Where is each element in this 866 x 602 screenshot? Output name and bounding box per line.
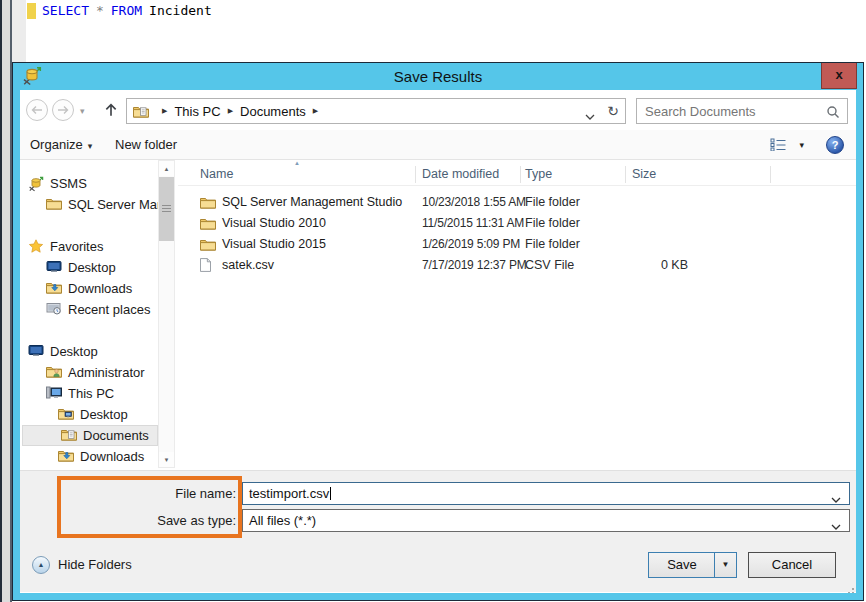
file-row-sql-server-management-studio[interactable]: SQL Server Management Studio 10/23/2018 …	[178, 192, 856, 213]
downloads-folder-icon	[58, 449, 75, 464]
downloads-folder-icon	[46, 281, 63, 296]
search-icon[interactable]	[826, 105, 840, 119]
sidebar-item-downloads-folder[interactable]: Downloads	[20, 446, 158, 467]
file-name: SQL Server Management Studio	[222, 192, 402, 213]
folder-icon	[200, 216, 217, 231]
new-folder-button[interactable]: New folder	[115, 130, 177, 159]
sidebar-item-this-pc[interactable]: This PC	[20, 383, 158, 404]
breadcrumb-chevron-icon: ▶	[162, 107, 167, 115]
chevron-down-icon[interactable]	[831, 491, 841, 497]
search-input[interactable]	[637, 99, 819, 123]
sidebar-item-administrator[interactable]: Administrator	[20, 362, 158, 383]
file-type: CSV File	[525, 255, 574, 276]
save-dropdown-button[interactable]: ▼	[714, 553, 736, 577]
organize-label: Organize	[30, 137, 83, 152]
dialog-title: Save Results	[13, 68, 863, 85]
dialog-titlebar[interactable]: Save Results x	[13, 63, 863, 90]
file-size: 0 KB	[632, 255, 688, 276]
refresh-button[interactable]: ↻	[607, 104, 619, 118]
scrollbar-grip	[162, 205, 171, 206]
window-left-gutter	[2, 0, 10, 602]
file-row-satek-csv[interactable]: satek.csv 7/17/2019 12:37 PM CSV File 0 …	[178, 255, 856, 276]
column-headers: ▲ Name Date modified Type Size	[178, 162, 856, 186]
sidebar-item-ssms[interactable]: SSMS	[20, 173, 158, 194]
sidebar-item-label: Recent places	[68, 302, 150, 317]
scrollbar-thumb[interactable]	[159, 177, 174, 241]
column-separator[interactable]	[770, 166, 771, 183]
save-button[interactable]: Save ▼	[648, 552, 737, 578]
breadcrumb-documents[interactable]: Documents	[240, 104, 306, 119]
column-separator[interactable]	[415, 166, 416, 183]
folder-icon	[200, 237, 217, 252]
column-header-type[interactable]: Type	[525, 162, 552, 186]
file-name-input[interactable]: testimport.csv	[242, 482, 850, 505]
folder-icon	[46, 197, 63, 212]
desktop-icon	[28, 344, 45, 359]
file-row-visual-studio-2015[interactable]: Visual Studio 2015 1/26/2019 5:09 PM Fil…	[178, 234, 856, 255]
sidebar-item-label: Documents	[83, 428, 149, 443]
sidebar-scrollbar[interactable]: ▲ ▼	[158, 160, 175, 468]
back-button[interactable]	[26, 99, 48, 121]
address-dropdown-button[interactable]	[585, 108, 595, 114]
sidebar-item-label: SSMS	[50, 176, 87, 191]
dialog-footer: ▲ Hide Folders Save ▼ Cancel	[20, 540, 856, 592]
navigation-bar: ▾ ▶ This PC ▶	[20, 90, 856, 130]
column-separator[interactable]	[520, 166, 521, 183]
scroll-down-button[interactable]: ▼	[159, 452, 174, 467]
close-button[interactable]: x	[821, 63, 857, 89]
sidebar-item-desktop-root[interactable]: Desktop	[20, 341, 158, 362]
sidebar-item-desktop-folder[interactable]: Desktop	[20, 404, 158, 425]
forward-button[interactable]	[52, 99, 74, 121]
breadcrumb-this-pc[interactable]: This PC	[174, 104, 220, 119]
sidebar-item-favorites[interactable]: Favorites	[20, 236, 158, 257]
save-button-label[interactable]: Save	[649, 553, 715, 577]
breadcrumb-chevron-icon: ▶	[313, 107, 318, 115]
file-row-visual-studio-2010[interactable]: Visual Studio 2010 11/5/2015 11:31 AM Fi…	[178, 213, 856, 234]
ssms-icon	[28, 176, 45, 191]
desktop-folder-icon	[58, 407, 75, 422]
help-button[interactable]: ?	[826, 136, 844, 154]
sort-ascending-icon: ▲	[294, 160, 300, 166]
sidebar-item-sql-server-management[interactable]: SQL Server Mana	[20, 194, 158, 215]
chevron-down-icon[interactable]	[831, 518, 841, 524]
sql-query-text: SELECT*FROMIncident	[42, 2, 212, 20]
file-type: File folder	[525, 213, 580, 234]
save-as-type-value: All files (*.*)	[249, 510, 316, 531]
sidebar-item-recent-places[interactable]: Recent places	[20, 299, 158, 320]
column-header-date-modified[interactable]: Date modified	[422, 162, 499, 186]
sidebar-item-label: SQL Server Mana	[68, 197, 158, 212]
screenshot-root: SELECT*FROMIncident Save Results x	[0, 0, 866, 602]
column-header-size[interactable]: Size	[632, 162, 656, 186]
sidebar-item-documents[interactable]: Documents	[22, 425, 158, 446]
file-date: 10/23/2018 1:55 AM	[422, 192, 526, 213]
sql-keyword: SELECT	[42, 3, 89, 18]
organize-button[interactable]: Organize▾	[30, 130, 92, 159]
views-dropdown-button[interactable]: ▾	[799, 140, 804, 150]
recent-locations-dropdown[interactable]: ▾	[80, 106, 85, 116]
column-separator[interactable]	[625, 166, 626, 183]
cancel-button[interactable]: Cancel	[748, 552, 836, 578]
scroll-up-button[interactable]: ▲	[159, 161, 174, 176]
command-toolbar: Organize▾ New folder ▾ ?	[20, 130, 856, 160]
sidebar-item-downloads-favorite[interactable]: Downloads	[20, 278, 158, 299]
file-size	[632, 192, 688, 213]
file-date: 11/5/2015 11:31 AM	[422, 213, 524, 234]
sidebar-item-label: Administrator	[68, 365, 145, 380]
file-size	[632, 234, 688, 255]
change-view-button[interactable]	[770, 138, 787, 151]
computer-icon	[46, 386, 63, 401]
file-name: satek.csv	[222, 255, 274, 276]
documents-folder-icon	[133, 105, 149, 118]
star-icon	[28, 239, 45, 254]
back-arrow-icon	[31, 105, 43, 115]
new-folder-label: New folder	[115, 137, 177, 152]
sidebar-item-desktop-favorite[interactable]: Desktop	[20, 257, 158, 278]
hide-folders-label[interactable]: Hide Folders	[58, 557, 132, 572]
address-bar[interactable]: ▶ This PC ▶ Documents ▶ ↻	[126, 98, 626, 124]
resize-grip[interactable]	[848, 584, 850, 586]
up-one-level-button[interactable]	[104, 103, 118, 117]
save-as-type-select[interactable]: All files (*.*)	[242, 509, 850, 532]
hide-folders-button[interactable]: ▲	[32, 556, 50, 574]
column-header-name[interactable]: Name	[200, 162, 233, 186]
navigation-pane: SSMS SQL Server Mana Favorites	[20, 160, 158, 470]
